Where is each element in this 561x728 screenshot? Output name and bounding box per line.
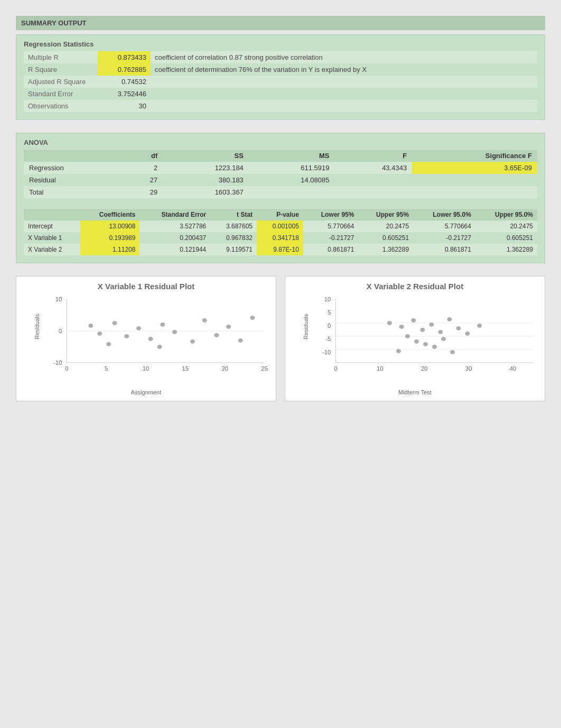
anova-cell <box>334 174 412 186</box>
svg-text:0: 0 <box>328 323 331 329</box>
chart1-x-label: Assignment <box>22 389 270 395</box>
anova-cell: 1603.367 <box>163 186 249 198</box>
coeff-cell: 0.967832 <box>210 232 257 244</box>
svg-text:30: 30 <box>465 366 472 372</box>
svg-point-49 <box>447 317 452 321</box>
svg-text:5: 5 <box>328 310 331 316</box>
anova-header: Significance F <box>412 150 537 162</box>
svg-point-53 <box>423 342 428 346</box>
svg-point-48 <box>438 330 443 334</box>
coeff-header: t Stat <box>210 209 257 220</box>
reg-row-desc: coefficient of correlation 0.87 strong p… <box>151 51 537 63</box>
svg-point-46 <box>420 328 425 332</box>
svg-text:-10: -10 <box>53 360 62 366</box>
reg-row-label: R Square <box>24 63 98 76</box>
svg-text:20: 20 <box>421 366 428 372</box>
chart2-box: X Variable 2 Residual Plot Residuals 10 … <box>285 276 545 401</box>
coeff-cell: 0.861871 <box>303 244 359 255</box>
svg-point-52 <box>414 339 419 344</box>
svg-point-55 <box>441 337 446 341</box>
anova-cell: Total <box>24 186 123 198</box>
anova-cell: Residual <box>24 174 123 186</box>
coeff-header: Lower 95% <box>303 209 359 220</box>
anova-header <box>24 150 123 162</box>
anova-header: SS <box>163 150 249 162</box>
reg-row-desc <box>151 76 537 88</box>
svg-text:20: 20 <box>221 366 228 372</box>
svg-point-16 <box>136 326 141 330</box>
svg-point-24 <box>238 338 243 343</box>
coeff-cell: 0.341718 <box>257 232 303 244</box>
svg-point-26 <box>106 342 111 346</box>
anova-cell: 380.183 <box>163 174 249 186</box>
svg-point-12 <box>88 324 93 328</box>
coeff-cell: X Variable 1 <box>24 232 80 244</box>
coeff-cell: 1.362289 <box>475 244 537 255</box>
anova-title: ANOVA <box>24 139 537 146</box>
anova-cell: 29 <box>123 186 163 198</box>
svg-text:10: 10 <box>377 366 384 372</box>
svg-point-22 <box>214 333 219 337</box>
coeff-cell: 3.687605 <box>210 220 257 232</box>
coeff-cell: 20.2475 <box>475 220 537 232</box>
coeff-cell: X Variable 2 <box>24 244 80 255</box>
svg-text:0: 0 <box>59 328 62 334</box>
regression-table: Multiple R0.873433coefficient of correla… <box>24 51 537 112</box>
coeff-header: Upper 95% <box>358 209 413 220</box>
svg-text:15: 15 <box>182 366 189 372</box>
coeff-cell: 0.121944 <box>139 244 210 255</box>
summary-output-label: SUMMARY OUTPUT <box>21 19 87 27</box>
coeff-cell: 0.193989 <box>80 232 140 244</box>
chart1-y-label: Residuals <box>34 314 40 339</box>
reg-row-label: Standard Error <box>24 88 98 100</box>
coeff-cell: 13.00908 <box>80 220 140 232</box>
svg-point-13 <box>97 331 102 336</box>
coefficients-table: CoefficientsStandard Errort StatP-valueL… <box>24 209 537 255</box>
anova-cell <box>412 186 537 198</box>
reg-row-label: Adjusted R Square <box>24 76 98 88</box>
svg-point-50 <box>456 326 461 330</box>
chart1-area: Residuals 10 0 -10 0 5 10 15 20 25 <box>43 294 270 379</box>
svg-point-25 <box>250 316 255 320</box>
coeff-header: Coefficients <box>80 209 140 220</box>
chart2-area: Residuals 10 5 0 -5 -10 0 10 <box>312 294 539 379</box>
anova-cell: 3.65E-09 <box>412 162 537 174</box>
reg-row-value: 3.752446 <box>98 88 151 100</box>
reg-row-value: 0.74532 <box>98 76 151 88</box>
regression-title: Regression Statistics <box>24 40 537 48</box>
anova-cell: 611.5919 <box>249 162 335 174</box>
coeff-cell: 20.2475 <box>358 220 413 232</box>
page-wrapper: SUMMARY OUTPUT Regression Statistics Mul… <box>11 11 550 407</box>
coeff-cell: 5.770664 <box>303 220 359 232</box>
anova-cell: 27 <box>123 174 163 186</box>
svg-point-27 <box>157 345 162 349</box>
svg-point-14 <box>113 321 117 325</box>
coeff-header: Upper 95.0% <box>475 209 537 220</box>
svg-text:-5: -5 <box>325 336 331 342</box>
coeff-cell: 0.200437 <box>139 232 210 244</box>
anova-header: df <box>123 150 163 162</box>
svg-text:25: 25 <box>261 366 268 372</box>
anova-cell: 43.4343 <box>334 162 412 174</box>
chart2-y-label: Residuals <box>303 314 309 339</box>
svg-point-18 <box>160 322 165 327</box>
coeff-cell: Intercept <box>24 220 80 232</box>
svg-point-54 <box>432 345 437 349</box>
svg-text:0: 0 <box>334 366 337 372</box>
anova-cell: 14.08085 <box>249 174 335 186</box>
svg-point-15 <box>124 334 129 338</box>
svg-text:10: 10 <box>324 297 331 302</box>
svg-text:10: 10 <box>143 366 149 372</box>
anova-cell: Regression <box>24 162 123 174</box>
coeff-cell: 0.861871 <box>413 244 475 255</box>
svg-point-47 <box>429 322 434 327</box>
coeff-cell: 0.605251 <box>358 232 413 244</box>
anova-table: dfSSMSFSignificance F Regression21223.18… <box>24 150 537 198</box>
regression-section: Regression Statistics Multiple R0.873433… <box>16 34 545 120</box>
reg-row-label: Multiple R <box>24 51 98 63</box>
svg-point-44 <box>399 325 404 329</box>
svg-point-19 <box>172 330 177 334</box>
anova-header: MS <box>249 150 335 162</box>
coeff-cell: 3.527786 <box>139 220 210 232</box>
svg-point-21 <box>202 318 207 322</box>
